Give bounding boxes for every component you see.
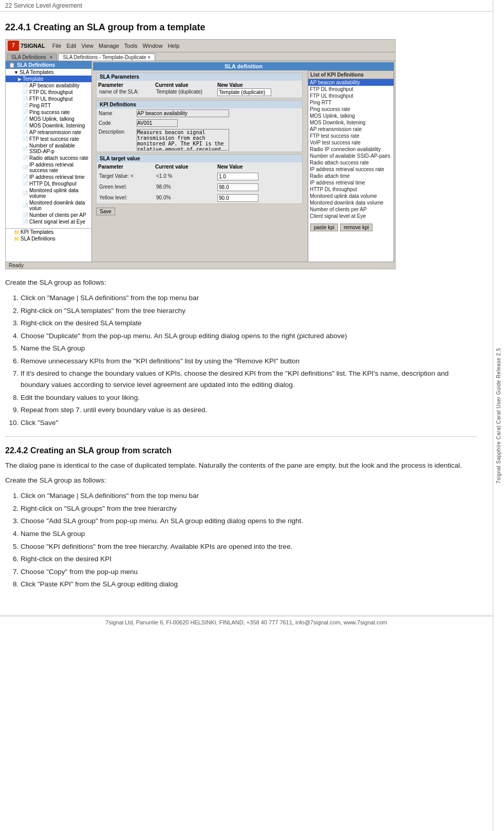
tree-sla-definitions[interactable]: 📁 SLA Definitions (6, 235, 91, 242)
app-logo: 7 7SIGNAL (8, 41, 45, 51)
kpi-desc-textarea[interactable]: Measures beacon signal transmission from… (137, 129, 229, 151)
tree-sla-templates[interactable]: ▼ SLA Templates (6, 69, 91, 76)
status-bar: Ready (6, 262, 395, 269)
step-1-7: If it's desired to change the boundary v… (21, 368, 477, 390)
menu-view[interactable]: View (79, 43, 96, 49)
menu-tools[interactable]: Tools (122, 43, 140, 49)
kpi-list-item-16[interactable]: HTTP DL throughput (308, 186, 394, 193)
tree-item-2[interactable]: 📄FTP DL throughput (6, 89, 91, 96)
tree-item-5[interactable]: 📄Ping success rate (6, 109, 91, 116)
kpi-code-row: Code (97, 118, 302, 128)
menu-file[interactable]: File (50, 43, 64, 49)
tree-item-13[interactable]: 📄IP address retrieval time (6, 174, 91, 180)
kpi-list-item-1[interactable]: FTP DL throughput (308, 86, 394, 93)
target-new-2[interactable] (217, 183, 258, 191)
tree-item-17[interactable]: 📄Number of clients per AP (6, 212, 91, 218)
current-val: Template (duplicate) (155, 88, 217, 96)
step-1-4: Choose "Duplicate" from the pop-up menu.… (21, 330, 477, 342)
kpi-list-item-15[interactable]: IP address retrieval time (308, 179, 394, 186)
svg-text:7: 7 (12, 43, 15, 48)
tab-template-duplicate[interactable]: SLA Definitions - Template-Duplicate × (58, 53, 155, 61)
menu-window[interactable]: Window (141, 43, 165, 49)
tree-item-18[interactable]: 📄Client signal level at Eye (6, 218, 91, 225)
target-grid-header: Parameter Current value New Value (97, 162, 302, 171)
tree-item-3[interactable]: 📄FTP UL throughput (6, 96, 91, 102)
tree-item-10[interactable]: 📄Number of available SSID-AP-p (6, 142, 91, 155)
definition-area: SLA Parameters Parameter Current value N… (93, 70, 306, 262)
sla-params-grid: Parameter Current value New Value name o… (97, 81, 302, 98)
section2-intro: Create the SLA group as follows: (5, 475, 477, 486)
right-pane: SLA definition SLA Parameters Parameter … (92, 61, 395, 262)
kpi-list-item-20[interactable]: Client signal level at Eye (308, 213, 394, 219)
kpi-list-item-9[interactable]: VoIP test success rate (308, 139, 394, 146)
doc-icon: 📄 (22, 83, 28, 88)
target-new-3[interactable] (217, 194, 258, 202)
section2-steps: Click on "Manage | SLA definitions" from… (21, 490, 477, 590)
kpi-btn-row: paste kpi remove kpi (308, 221, 394, 233)
save-button[interactable]: Save (96, 208, 115, 215)
tree-item-4[interactable]: 📄Ping RTT (6, 102, 91, 109)
kpi-code-input[interactable] (137, 119, 178, 127)
kpi-list-item-19[interactable]: Number of clients per AP (308, 206, 394, 213)
tree-item-12[interactable]: 📄IP address retrieval success rate (6, 161, 91, 174)
kpi-list-item-6[interactable]: MOS Downlink, listening (308, 119, 394, 126)
kpi-list-item-14[interactable]: Radio attach time (308, 173, 394, 179)
tree-item-9[interactable]: 📄FTP test success rate (6, 136, 91, 142)
kpi-list-item-5[interactable]: MOS Uplink, talking (308, 113, 394, 119)
step-1-8: Edit the boundary values to your liking. (21, 392, 477, 403)
step-2-1: Click on "Manage | SLA definitions" from… (21, 490, 477, 502)
tree-item-15[interactable]: 📄Monitored uplink data volume (6, 187, 91, 199)
kpi-list-item-10[interactable]: Radio IP connection availability (308, 146, 394, 153)
doc-icon: 📄 (22, 109, 28, 115)
target-current-2: 98.0% (155, 183, 217, 191)
kpi-list-item-selected[interactable]: AP beacon availability (308, 79, 394, 86)
doc-icon: 📄 (22, 146, 28, 152)
kpi-code-label: Code (99, 120, 135, 126)
doc-icon: 📄 (22, 181, 28, 187)
kpi-list-item-17[interactable]: Monitored uplink data volume (308, 193, 394, 199)
kpi-list-item-7[interactable]: AP retransmission rate (308, 126, 394, 133)
remove-kpi-button[interactable]: remove kpi (340, 224, 372, 231)
menu-manage[interactable]: Manage (97, 43, 121, 49)
tree-template-selected[interactable]: ▶ Template (6, 76, 91, 82)
doc-icon: 📄 (22, 123, 28, 128)
doc-icon: 📄 (22, 212, 28, 218)
menu-edit[interactable]: Edit (64, 43, 78, 49)
tab-sla-definitions[interactable]: SLA Definitions × (7, 53, 57, 61)
status-text: Ready (9, 263, 24, 268)
tree-item-11[interactable]: 📄Radio attach success rate (6, 155, 91, 161)
sla-params-section: SLA Parameters Parameter Current value N… (96, 72, 303, 98)
kpi-name-input[interactable] (137, 109, 229, 117)
target-col-param: Parameter (98, 164, 155, 170)
tree-item-8[interactable]: 📄AP retransmission rate (6, 129, 91, 136)
left-panel: 📋 SLA Definitions ▼ SLA Templates ▶ Temp… (6, 61, 92, 262)
kpi-list-item-2[interactable]: FTP UL throughput (308, 93, 394, 99)
paste-kpi-button[interactable]: paste kpi (310, 224, 338, 231)
new-value-input[interactable] (217, 88, 271, 96)
tree-item-7[interactable]: 📄MOS Downlink, listening (6, 122, 91, 129)
sidebar-label: 7signal Sapphire Carat Carat User Guide … (496, 348, 501, 484)
tree-kpi-templates[interactable]: 📁 KPI Templates (6, 229, 91, 235)
kpi-list-item-13[interactable]: IP address retrieval success rate (308, 166, 394, 173)
app-window: 7 7SIGNAL File Edit View Manage Tools Wi… (6, 40, 395, 269)
target-new-1[interactable] (217, 173, 258, 180)
step-1-2: Right-click on "SLA templates" from the … (21, 305, 477, 317)
tab-close-icon[interactable]: × (50, 54, 53, 60)
kpi-list-item-12[interactable]: Radio attach success rate (308, 159, 394, 166)
tree-item-16[interactable]: 📄Monitored downlink data volun (6, 199, 91, 212)
tree-item-1[interactable]: 📄AP beacon availability (6, 82, 91, 89)
kpi-list-item-4[interactable]: Ping success rate (308, 106, 394, 113)
kpi-list-item-8[interactable]: FTP test success rate (308, 133, 394, 139)
kpi-list-item-18[interactable]: Monitored downlink data volume (308, 199, 394, 206)
step-2-4: Name the SLA group (21, 528, 477, 540)
doc-icon: 📄 (22, 103, 28, 108)
tree-item-6[interactable]: 📄MOS Uplink, talking (6, 116, 91, 122)
footer: 7signal Ltd, Panuntie 6, FI-00620 HELSIN… (0, 616, 493, 629)
tree-item-14[interactable]: 📄HTTP DL throughput (6, 180, 91, 187)
step-1-3: Right-click on the desired SLA template (21, 318, 477, 329)
sla-target-title: SLA target value (97, 155, 302, 162)
menu-help[interactable]: Help (166, 43, 182, 49)
target-row-1: Target Value: < <1.0 % (97, 171, 302, 182)
kpi-list-item-3[interactable]: Ping RTT (308, 99, 394, 106)
kpi-list-item-11[interactable]: Number of available SSID-AP-pairs (308, 153, 394, 159)
